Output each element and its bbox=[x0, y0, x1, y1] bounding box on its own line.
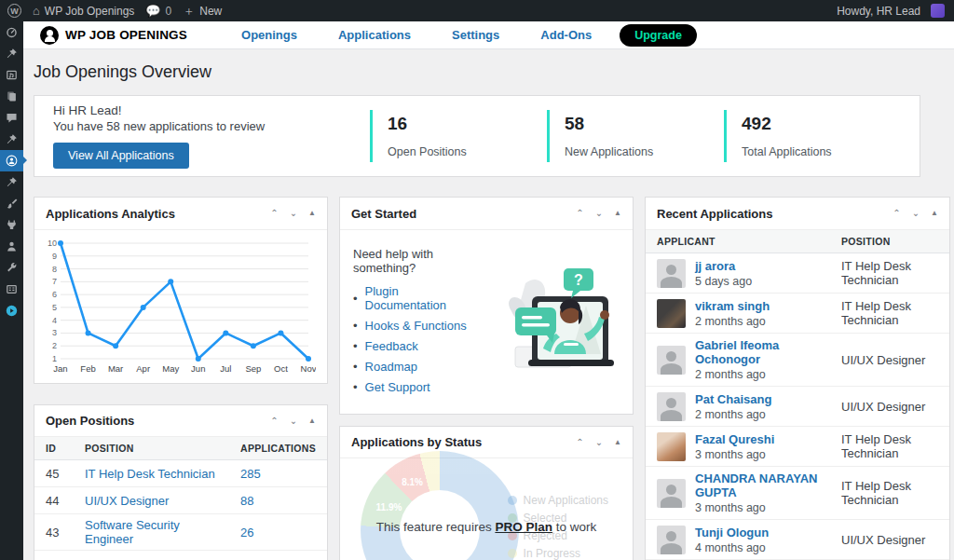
applicant-name-link[interactable]: vikram singh bbox=[695, 299, 770, 313]
move-down-icon[interactable]: ⌄ bbox=[912, 209, 920, 218]
sidebar-item-wp-job-openings[interactable] bbox=[0, 150, 23, 171]
position-id: 45 bbox=[34, 460, 74, 487]
collapse-icon[interactable]: ▲ bbox=[614, 439, 621, 446]
recent-applications-table: APPLICANTPOSITION jj arora5 days agoIT H… bbox=[646, 230, 949, 560]
widget-header: Open Positions ⌃ ⌄ ▲ bbox=[34, 405, 327, 437]
svg-text:Sep: Sep bbox=[245, 363, 261, 374]
pro-plan-link[interactable]: PRO Plan bbox=[495, 520, 552, 534]
applications-count-link[interactable]: 285 bbox=[240, 467, 261, 481]
link-feedback[interactable]: Feedback bbox=[365, 339, 418, 353]
link-get-support[interactable]: Get Support bbox=[365, 380, 430, 394]
sidebar-item-appearance[interactable] bbox=[0, 193, 23, 214]
stat-open-positions: 16Open Positions bbox=[370, 110, 547, 162]
svg-text:6: 6 bbox=[52, 290, 57, 299]
sidebar-item-dashboard[interactable] bbox=[0, 21, 23, 43]
greeting-subtext: You have 58 new applications to review bbox=[53, 119, 370, 133]
widget-title: Recent Applications bbox=[657, 207, 772, 221]
sidebar-item-pages[interactable] bbox=[0, 86, 23, 107]
move-down-icon[interactable]: ⌄ bbox=[595, 209, 603, 218]
status-donut-chart: 75.9%11.9%8.1% New ApplicationsSelectedR… bbox=[340, 458, 633, 560]
move-up-icon[interactable]: ⌃ bbox=[576, 438, 583, 447]
open-positions-table: IDPOSITIONAPPLICATIONS 45IT Help Desk Te… bbox=[34, 437, 327, 560]
sidebar-item-collapse-menu[interactable] bbox=[0, 300, 23, 321]
admin-bar: W ⌂ WP Job Openings 💬 0 ＋ New Howdy, HR … bbox=[0, 0, 954, 21]
column-header-id: ID bbox=[34, 437, 74, 460]
link-plugin-documentation[interactable]: Plugin Documentation bbox=[365, 284, 474, 312]
sidebar-item-plugins[interactable] bbox=[0, 214, 23, 236]
help-link-item: Get Support bbox=[353, 380, 474, 394]
table-row: 44UI/UX Designer88 bbox=[34, 487, 327, 514]
table-row: vikram singh2 months agoIT Help Desk Tec… bbox=[646, 294, 949, 334]
new-menu[interactable]: ＋ New bbox=[183, 5, 222, 18]
applicant-time: 2 months ago bbox=[695, 408, 771, 421]
site-link[interactable]: ⌂ WP Job Openings bbox=[33, 5, 134, 18]
applicant-name-link[interactable]: jj arora bbox=[695, 259, 752, 273]
comments-menu[interactable]: 💬 0 bbox=[145, 5, 171, 18]
sidebar-item-tools[interactable] bbox=[0, 257, 23, 279]
move-down-icon[interactable]: ⌄ bbox=[290, 209, 297, 218]
sidebar-item-comments[interactable] bbox=[0, 107, 23, 129]
applicant-name-link[interactable]: Fazal Qureshi bbox=[695, 432, 774, 446]
move-up-icon[interactable]: ⌃ bbox=[270, 209, 278, 218]
sidebar-item-settings[interactable] bbox=[0, 279, 23, 300]
home-icon: ⌂ bbox=[33, 5, 40, 17]
move-down-icon[interactable]: ⌄ bbox=[595, 438, 603, 447]
position-id: 44 bbox=[34, 487, 74, 514]
nav-settings[interactable]: Settings bbox=[452, 28, 499, 42]
applicant-name-link[interactable]: CHANDRA NARAYAN GUPTA bbox=[695, 471, 819, 499]
svg-text:9: 9 bbox=[52, 252, 57, 261]
applications-count-link[interactable]: 16 bbox=[240, 557, 253, 560]
move-up-icon[interactable]: ⌃ bbox=[893, 209, 900, 218]
sidebar-item-users[interactable] bbox=[0, 236, 23, 257]
card-icon bbox=[6, 283, 18, 295]
table-row: CHANDRA NARAYAN GUPTA3 months agoIT Help… bbox=[646, 467, 949, 520]
collapse-icon[interactable]: ▲ bbox=[931, 210, 938, 217]
page-title: Job Openings Overview bbox=[34, 62, 954, 82]
wordpress-logo-icon[interactable]: W bbox=[7, 4, 21, 18]
position-link[interactable]: Mobile Developer bbox=[85, 557, 179, 560]
plugin-brand[interactable]: WP JOB OPENINGS bbox=[40, 26, 187, 45]
stat-value: 492 bbox=[742, 114, 901, 134]
upgrade-button[interactable]: Upgrade bbox=[620, 24, 697, 47]
sidebar-item-posts[interactable] bbox=[0, 43, 23, 64]
sidebar-item-media[interactable] bbox=[0, 64, 23, 86]
collapse-icon[interactable]: ▲ bbox=[308, 417, 316, 425]
widget-get-started: Get Started ⌃ ⌄ ▲ Need help with somethi… bbox=[339, 197, 634, 415]
collapse-icon[interactable]: ▲ bbox=[614, 210, 621, 217]
nav-applications[interactable]: Applications bbox=[338, 28, 411, 42]
svg-text:Jan: Jan bbox=[53, 363, 67, 374]
position-link[interactable]: UI/UX Designer bbox=[85, 494, 169, 508]
move-down-icon[interactable]: ⌄ bbox=[290, 417, 297, 426]
table-row: Tunji Ologun4 months agoUI/UX Designer bbox=[646, 520, 949, 560]
applications-count-link[interactable]: 88 bbox=[240, 494, 253, 508]
sidebar-item-custom-post-type-2[interactable] bbox=[0, 171, 23, 193]
stats: 16Open Positions58New Applications492Tot… bbox=[370, 110, 901, 162]
svg-text:May: May bbox=[162, 363, 179, 374]
stat-value: 16 bbox=[388, 114, 547, 134]
nav-openings[interactable]: Openings bbox=[241, 28, 297, 42]
move-up-icon[interactable]: ⌃ bbox=[270, 417, 278, 426]
svg-text:Mar: Mar bbox=[108, 363, 123, 374]
plug-icon bbox=[6, 219, 18, 231]
applications-count-link[interactable]: 26 bbox=[240, 526, 253, 540]
applicant-position: UI/UX Designer bbox=[830, 334, 949, 387]
wp-job-openings-logo-icon bbox=[40, 26, 59, 45]
move-up-icon[interactable]: ⌃ bbox=[576, 209, 583, 218]
help-links: Plugin DocumentationHooks & FunctionsFee… bbox=[353, 284, 474, 394]
position-link[interactable]: IT Help Desk Technician bbox=[85, 467, 215, 481]
applicant-name-link[interactable]: Pat Chaisang bbox=[695, 392, 771, 406]
applicant-name-link[interactable]: Tunji Ologun bbox=[695, 526, 769, 540]
position-link[interactable]: Software Security Engineer bbox=[85, 518, 180, 546]
collapse-icon[interactable]: ▲ bbox=[308, 210, 316, 217]
applicant-name-link[interactable]: Gabriel Ifeoma Ochonogor bbox=[695, 338, 819, 366]
nav-add-ons[interactable]: Add-Ons bbox=[540, 28, 592, 42]
view-all-applications-button[interactable]: View All Applications bbox=[53, 143, 189, 169]
link-roadmap[interactable]: Roadmap bbox=[365, 360, 417, 374]
howdy-menu[interactable]: Howdy, HR Lead bbox=[837, 4, 945, 18]
media-icon bbox=[6, 69, 18, 81]
sidebar-item-custom-post-type[interactable] bbox=[0, 129, 23, 150]
link-hooks-functions[interactable]: Hooks & Functions bbox=[365, 319, 467, 333]
applicant-position: UI/UX Designer bbox=[830, 387, 949, 427]
slice-label: 11.9% bbox=[376, 501, 402, 512]
plus-icon: ＋ bbox=[183, 5, 195, 17]
